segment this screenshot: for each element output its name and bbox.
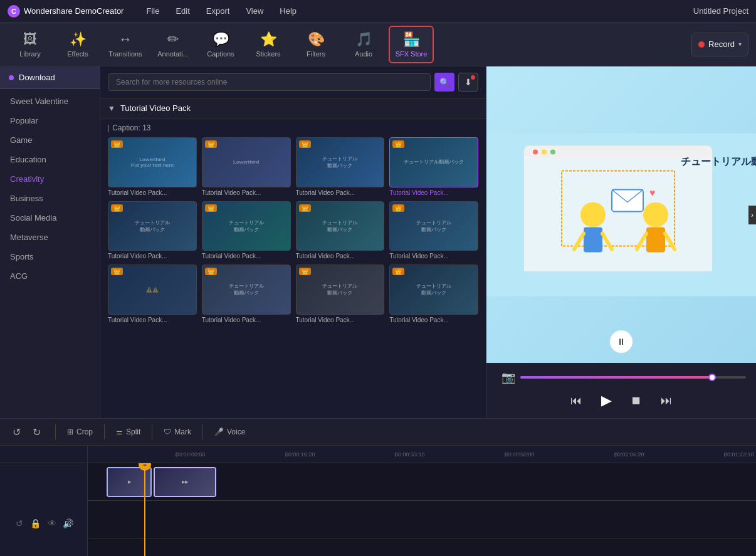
video-card-5[interactable]: チュートリアル動画パック 👑 Tutorial Video Pack... [108, 201, 197, 260]
skip-forward-button[interactable]: ⏭ [656, 391, 676, 411]
search-icon: 🔍 [439, 78, 450, 87]
playhead: ⚌ [144, 463, 145, 556]
undo-button[interactable]: ↺ [8, 423, 25, 441]
menu-edit[interactable]: Edit [168, 4, 197, 18]
tool-filters[interactable]: 🎨 Filters [293, 26, 339, 63]
video-card-3[interactable]: チュートリアル動画パック 👑 Tutorial Video Pack... [296, 137, 385, 196]
tool-captions-label: Captions [207, 50, 234, 58]
timeline-labels: ↺ 🔒 👁 🔊 [0, 463, 88, 556]
tool-sfxstore[interactable]: 🏪 SFX Store [389, 26, 434, 63]
crown-icon-5: 👑 [111, 204, 123, 212]
caption-label: Caption: 13 [108, 123, 478, 132]
audio-icon: 🎵 [355, 31, 372, 48]
crown-icon-12: 👑 [392, 268, 404, 275]
sidebar-item-business[interactable]: Business [0, 189, 100, 208]
menu-file[interactable]: File [139, 4, 167, 18]
record-label: Record [708, 39, 735, 49]
split-button[interactable]: ⚌ Split [110, 424, 147, 439]
tool-library[interactable]: 🖼 Library [8, 26, 53, 63]
captions-icon: 💬 [213, 31, 229, 48]
center-panel: 🔍 ⬇ ▼ Tutorial Video Pack Caption: 13 Lo… [100, 66, 486, 418]
crop-button[interactable]: ⊞ Crop [61, 424, 99, 439]
split-label: Split [126, 427, 140, 436]
tool-effects[interactable]: ✨ Effects [55, 26, 100, 63]
video-label-12: Tutorial Video Pack... [389, 317, 478, 323]
filters-icon: 🎨 [308, 31, 325, 48]
sidebar-item-sweet-valentine[interactable]: Sweet Valentine [0, 92, 100, 111]
tool-effects-label: Effects [67, 50, 88, 58]
menu-items: File Edit Export View Help [139, 4, 693, 18]
pack-chevron-icon[interactable]: ▼ [108, 104, 115, 113]
preview-svg: チュートリアル動画パック ♥ [486, 66, 756, 363]
video-card-11[interactable]: チュートリアル動画パック 👑 Tutorial Video Pack... [296, 265, 385, 323]
sfxstore-icon: 🏪 [403, 31, 420, 48]
video-label-2: Tutorial Video Pack... [202, 189, 291, 196]
svg-point-12 [643, 202, 668, 228]
video-card-7[interactable]: チュートリアル動画パック 👑 Tutorial Video Pack... [296, 201, 385, 260]
sidebar-item-social-media[interactable]: Social Media [0, 208, 100, 228]
right-panel: チュートリアル動画パック ♥ › ⏸ 📷 [486, 66, 756, 418]
menu-help[interactable]: Help [272, 4, 304, 18]
tool-annotations[interactable]: ✏ Annotati... [150, 26, 196, 63]
eye-button[interactable]: 👁 [45, 517, 59, 530]
resource-download-button[interactable]: ⬇ [458, 73, 478, 92]
sidebar-item-acg[interactable]: ACG [0, 266, 100, 286]
tool-audio[interactable]: 🎵 Audio [341, 26, 386, 63]
tool-library-label: Library [19, 50, 41, 58]
sidebar-item-education[interactable]: Education [0, 150, 100, 169]
rotate-left-button[interactable]: ↺ [13, 517, 26, 530]
sidebar-item-metaverse[interactable]: Metaverse [0, 228, 100, 247]
undo-redo-group: ↺ ↻ [8, 423, 45, 441]
tool-sfxstore-label: SFX Store [396, 50, 428, 58]
video-thumb-4: チュートリアル動画パック 👑 [389, 137, 478, 187]
pause-button[interactable]: ⏸ [610, 330, 633, 353]
download-button[interactable]: Download [0, 66, 100, 89]
video-card-10[interactable]: チュートリアル動画パック 👑 Tutorial Video Pack... [202, 265, 291, 323]
crown-icon-9: 👑 [111, 268, 123, 275]
ruler-mark-0: 00:00:00:00 [176, 451, 285, 458]
screenshot-button[interactable]: 📷 [501, 370, 515, 384]
tool-stickers[interactable]: ⭐ Stickers [246, 26, 291, 63]
stop-button[interactable]: ⏹ [626, 391, 646, 411]
svg-point-8 [580, 202, 606, 228]
split-icon: ⚌ [116, 427, 123, 436]
video-card-2[interactable]: Lowerthird 👑 Tutorial Video Pack... [202, 137, 291, 196]
clip-2-thumb: ▶▶ [155, 468, 215, 496]
svg-rect-6 [524, 159, 712, 271]
redo-button[interactable]: ↻ [28, 423, 45, 441]
mark-button[interactable]: 🛡 Mark [157, 424, 197, 439]
video-card-8[interactable]: チュートリアル動画パック 👑 Tutorial Video Pack... [389, 201, 478, 260]
app-name: Wondershare DemoCreator [24, 6, 123, 16]
sidebar-item-game[interactable]: Game [0, 130, 100, 150]
skip-back-button[interactable]: ⏮ [566, 391, 586, 411]
voice-icon: 🎤 [214, 427, 224, 436]
record-dot-icon [698, 41, 705, 48]
clip-2[interactable]: ▶▶ [154, 467, 216, 497]
sidebar-item-sports[interactable]: Sports [0, 247, 100, 266]
search-button[interactable]: 🔍 [434, 73, 454, 92]
video-card-12[interactable]: チュートリアル動画パック 👑 Tutorial Video Pack... [389, 265, 478, 323]
play-button[interactable]: ▶ [596, 391, 616, 411]
preview-next-icon[interactable]: › [748, 206, 756, 224]
tool-captions[interactable]: 💬 Captions [198, 26, 243, 63]
video-thumb-1: LowerthirdPut your text here 👑 [108, 137, 197, 187]
sidebar-item-creativity[interactable]: Creativity [0, 169, 100, 189]
video-card-4[interactable]: チュートリアル動画パック 👑 Tutorial Video Pack... [389, 137, 478, 196]
search-input[interactable] [108, 73, 431, 91]
video-card-9[interactable]: ⚠️⚠️ 👑 Tutorial Video Pack... [108, 265, 197, 323]
mute-button[interactable]: 🔊 [61, 517, 75, 530]
sidebar-item-popular[interactable]: Popular [0, 111, 100, 130]
tool-transitions[interactable]: ↔ Transitions [103, 26, 148, 63]
crown-icon-11: 👑 [299, 268, 311, 275]
menu-view[interactable]: View [238, 4, 271, 18]
lock-button[interactable]: 🔒 [29, 517, 43, 530]
video-thumb-12: チュートリアル動画パック 👑 [389, 265, 478, 315]
record-button[interactable]: Record ▾ [691, 33, 748, 56]
progress-bar[interactable] [520, 376, 746, 379]
voice-button[interactable]: 🎤 Voice [208, 424, 251, 439]
video-card-6[interactable]: チュートリアル動画パック 👑 Tutorial Video Pack... [202, 201, 291, 260]
video-card-1[interactable]: LowerthirdPut your text here 👑 Tutorial … [108, 137, 197, 196]
video-thumb-5: チュートリアル動画パック 👑 [108, 201, 197, 251]
menu-export[interactable]: Export [199, 4, 238, 18]
timeline-track-2 [88, 501, 756, 538]
